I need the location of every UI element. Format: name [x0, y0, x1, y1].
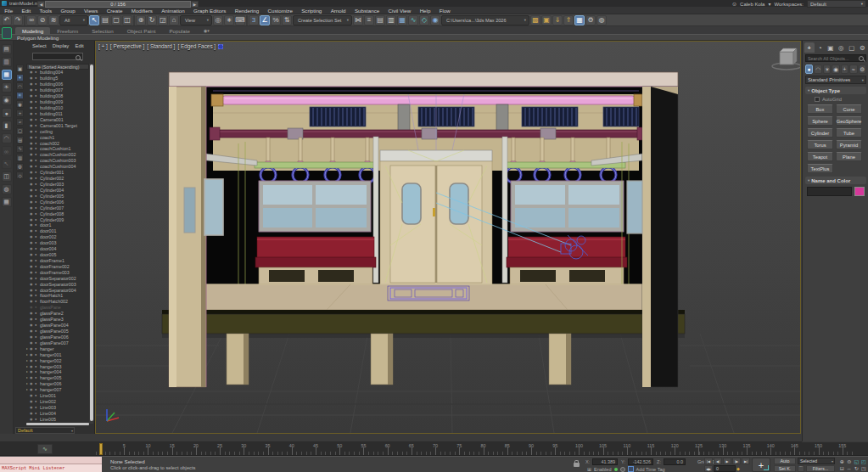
add-time-tag[interactable]: Add Time Tag — [636, 467, 665, 472]
scene-item-row[interactable]: Line002 — [26, 399, 89, 405]
scene-item-row[interactable]: Line004 — [26, 410, 89, 416]
scene-item-row[interactable]: door1 — [26, 222, 89, 228]
select-object-icon[interactable]: ↖ — [89, 15, 99, 25]
geometry-category[interactable]: ● — [805, 65, 813, 74]
explorer-search-input[interactable] — [32, 53, 83, 60]
render-frame-icon[interactable]: ◍ — [596, 15, 607, 25]
menu-item[interactable]: Customize — [263, 8, 297, 14]
filter-xrefs-icon[interactable]: ▤ — [16, 136, 24, 143]
viewport-menu-style[interactable]: [ Edged Faces ] — [177, 43, 216, 49]
scene-item-row[interactable]: door002 — [26, 234, 89, 240]
scene-item-row[interactable]: door005 — [26, 252, 89, 258]
scene-item-row[interactable]: building004 — [26, 70, 89, 76]
playback-button[interactable]: |◀ — [704, 458, 713, 464]
scene-item-row[interactable]: coach1 — [26, 134, 89, 140]
workspace-dropdown[interactable]: Default▾ — [807, 0, 866, 8]
menu-item[interactable]: Create — [103, 8, 127, 14]
rectangular-selection-icon[interactable]: ▢ — [111, 15, 121, 25]
link-tool-icon[interactable]: ∞ — [2, 146, 12, 156]
hierarchy-tab[interactable]: ▣ — [826, 42, 836, 53]
select-and-move-icon[interactable]: ⊕ — [136, 15, 146, 25]
viewport-menu-shading[interactable]: [ Standard ] — [147, 43, 175, 49]
primitive-button[interactable]: Torus — [807, 140, 833, 149]
scene-item-row[interactable]: Line003 — [26, 405, 89, 411]
scene-item-row[interactable]: hanger004 — [26, 369, 89, 375]
lights-category[interactable]: ☀ — [823, 65, 831, 74]
create-project-icon[interactable]: ▩ — [530, 15, 540, 25]
import-file-icon[interactable]: ⇓ — [552, 15, 563, 25]
ribbon-tab[interactable]: Populate — [162, 27, 196, 34]
subcategory-dropdown[interactable]: Standard Primitives▾ — [805, 76, 866, 84]
set-key-button[interactable]: Set K. — [774, 465, 796, 472]
next-frame-button[interactable]: ▶ — [191, 1, 199, 8]
window-crossing-icon[interactable]: ◫ — [122, 15, 132, 25]
primitive-button[interactable]: Cone — [836, 104, 862, 114]
scene-item-row[interactable]: doorFrame002 — [26, 263, 89, 269]
maxscript-mini-listener[interactable]: MAXScript Mini Listener — [0, 457, 102, 472]
shapes-category[interactable]: ◠ — [814, 65, 821, 74]
filter-shapes-icon[interactable]: ◠ — [16, 82, 24, 90]
menu-item[interactable]: Civil View — [384, 8, 415, 14]
scene-item-row[interactable]: coachCushion003 — [26, 158, 89, 164]
filter-bones-icon[interactable]: ∿ — [16, 145, 24, 153]
use-pivot-center-icon[interactable]: ◎ — [213, 15, 223, 25]
playback-button[interactable]: |▶ — [732, 458, 741, 464]
scene-item-row[interactable]: hanger007 — [26, 387, 89, 393]
scene-item-row[interactable]: glassPane — [26, 305, 89, 311]
selection-lock-icon[interactable] — [574, 463, 580, 467]
menu-item[interactable]: Graph Editors — [189, 8, 231, 14]
curve-editor-icon[interactable]: ∿ — [408, 15, 418, 25]
cameras-category[interactable]: ◉ — [832, 65, 839, 74]
scene-item-row[interactable]: building007 — [26, 87, 89, 93]
menu-item[interactable]: Arnold — [326, 8, 350, 14]
select-by-name-icon[interactable]: ▤ — [100, 15, 110, 25]
explorer-sort-header[interactable]: Name (Sorted Ascending) — [26, 64, 89, 70]
filter-lights-icon[interactable]: ☀ — [16, 92, 24, 99]
previous-frame-button[interactable]: ◀ — [37, 1, 45, 8]
scene-item-row[interactable]: Cylinder009 — [26, 216, 89, 222]
scene-item-row[interactable]: building006 — [26, 81, 89, 87]
menu-item[interactable]: Rendering — [230, 8, 263, 14]
layer-explorer-pane-icon[interactable]: ▥ — [2, 57, 12, 67]
explorer-menu-item[interactable]: Select — [32, 43, 47, 48]
time-tag-toggle-icon[interactable] — [628, 466, 634, 472]
scene-item-row[interactable]: coachCushion1 — [26, 146, 89, 152]
primitive-button[interactable]: TextPlus — [807, 164, 833, 173]
zoom-extents-icon[interactable]: ◱ — [853, 458, 860, 465]
scene-item-row[interactable]: doorFrame1 — [26, 258, 89, 264]
motion-tab[interactable]: ◎ — [837, 42, 847, 53]
primitive-button[interactable]: Sphere — [807, 116, 833, 126]
zoom-region-icon[interactable]: ⊡ — [838, 465, 846, 472]
select-and-rotate-icon[interactable]: ↻ — [147, 15, 157, 25]
panel-search-input[interactable]: Search All Objects... — [805, 54, 866, 62]
scene-item-row[interactable]: glassPane007 — [26, 340, 89, 346]
modify-tab[interactable]: ◔ — [815, 42, 826, 53]
scene-item-row[interactable]: coachCushion004 — [26, 164, 89, 170]
angle-snap-icon[interactable]: ∠ — [260, 15, 270, 25]
ribbon-config-icon[interactable] — [2, 27, 12, 39]
filter-containers-icon[interactable]: ▥ — [16, 154, 24, 161]
scene-item-row[interactable]: door003 — [26, 240, 89, 246]
scene-item-row[interactable]: Cylinder005 — [26, 193, 89, 199]
spacewarps-category[interactable]: ≈ — [849, 65, 857, 74]
scene-explorer-pane-icon[interactable]: ▤ — [2, 44, 12, 54]
spinner-snap-icon[interactable]: ⇅ — [282, 15, 292, 25]
explorer-horizontal-scrollbar[interactable] — [26, 423, 89, 425]
scene-item-row[interactable]: Cylinder002 — [26, 176, 89, 182]
primitive-button[interactable]: GeoSphere — [836, 116, 862, 126]
scene-item-row[interactable]: building008 — [26, 93, 89, 99]
scene-item-row[interactable]: doorFrame003 — [26, 269, 89, 275]
object-name-field[interactable] — [807, 187, 852, 196]
menu-item[interactable]: Views — [80, 8, 103, 14]
menu-item[interactable]: Tools — [35, 8, 56, 14]
auto-key-button[interactable]: Auto — [774, 458, 796, 464]
viewport-menu-pov[interactable]: [ Perspective ] — [110, 43, 145, 49]
menu-item[interactable]: Edit — [17, 8, 35, 14]
explorer-vertical-scrollbar[interactable] — [89, 64, 93, 424]
viewport-quality-icon[interactable] — [218, 44, 223, 49]
time-slider[interactable]: 0 / 156 — [45, 1, 191, 8]
select-and-scale-icon[interactable]: ◲ — [158, 15, 168, 25]
ribbon-tab[interactable]: Selection — [85, 27, 120, 34]
current-frame-marker[interactable] — [99, 443, 103, 455]
percent-snap-icon[interactable]: % — [271, 15, 281, 25]
